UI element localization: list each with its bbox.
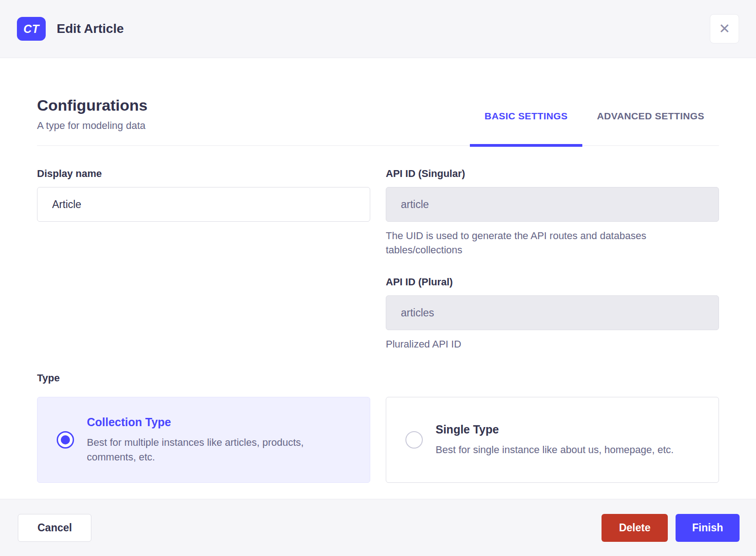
display-name-label: Display name bbox=[37, 168, 370, 180]
section-header: Configurations A type for modeling data … bbox=[37, 58, 719, 146]
collection-type-description: Best for multiple instances like article… bbox=[87, 435, 351, 465]
configuration-form: Display name API ID (Singular) The UID i… bbox=[37, 168, 719, 351]
form-column-left: Display name bbox=[37, 168, 370, 351]
settings-tabs: BASIC SETTINGS ADVANCED SETTINGS bbox=[470, 111, 719, 145]
tab-basic-settings[interactable]: BASIC SETTINGS bbox=[470, 111, 582, 145]
api-id-singular-label: API ID (Singular) bbox=[386, 168, 719, 180]
form-column-right: API ID (Singular) The UID is used to gen… bbox=[386, 168, 719, 351]
api-id-singular-input bbox=[386, 187, 719, 222]
collection-type-title: Collection Type bbox=[87, 416, 351, 429]
api-id-singular-hint: The UID is used to generate the API rout… bbox=[386, 229, 719, 257]
modal-body: Configurations A type for modeling data … bbox=[0, 58, 756, 510]
api-id-plural-field-group: API ID (Plural) Pluralized API ID bbox=[386, 276, 719, 351]
single-type-card[interactable]: Single Type Best for single instance lik… bbox=[386, 397, 719, 483]
close-icon: ✕ bbox=[719, 22, 730, 36]
display-name-input[interactable] bbox=[37, 187, 370, 222]
modal-header: CT Edit Article ✕ bbox=[0, 0, 756, 58]
finish-button[interactable]: Finish bbox=[676, 514, 740, 542]
content-type-badge-icon: CT bbox=[17, 17, 46, 41]
api-id-plural-hint: Pluralized API ID bbox=[386, 337, 719, 351]
single-type-text: Single Type Best for single instance lik… bbox=[436, 423, 692, 457]
close-button[interactable]: ✕ bbox=[710, 14, 739, 43]
modal-footer: Cancel Delete Finish bbox=[0, 499, 756, 556]
modal-title: Edit Article bbox=[57, 21, 124, 36]
cancel-button[interactable]: Cancel bbox=[18, 514, 91, 542]
section-titles: Configurations A type for modeling data bbox=[37, 96, 148, 145]
type-label: Type bbox=[37, 372, 719, 384]
type-section: Type Collection Type Best for multiple i… bbox=[37, 372, 719, 510]
tab-advanced-settings[interactable]: ADVANCED SETTINGS bbox=[582, 111, 719, 145]
delete-button[interactable]: Delete bbox=[602, 514, 668, 542]
display-name-field-group: Display name bbox=[37, 168, 370, 222]
api-id-plural-label: API ID (Plural) bbox=[386, 276, 719, 288]
single-type-title: Single Type bbox=[436, 423, 674, 436]
api-id-singular-field-group: API ID (Singular) The UID is used to gen… bbox=[386, 168, 719, 257]
collection-type-card[interactable]: Collection Type Best for multiple instan… bbox=[37, 397, 370, 483]
api-id-plural-input bbox=[386, 295, 719, 330]
single-type-description: Best for single instance like about us, … bbox=[436, 443, 674, 457]
type-cards: Collection Type Best for multiple instan… bbox=[37, 397, 719, 483]
modal-header-left: CT Edit Article bbox=[17, 17, 124, 41]
section-title: Configurations bbox=[37, 96, 148, 114]
footer-right-actions: Delete Finish bbox=[602, 514, 740, 542]
section-subtitle: A type for modeling data bbox=[37, 120, 148, 132]
single-type-radio[interactable] bbox=[405, 431, 423, 449]
collection-type-radio[interactable] bbox=[57, 431, 74, 449]
collection-type-text: Collection Type Best for multiple instan… bbox=[87, 416, 370, 465]
